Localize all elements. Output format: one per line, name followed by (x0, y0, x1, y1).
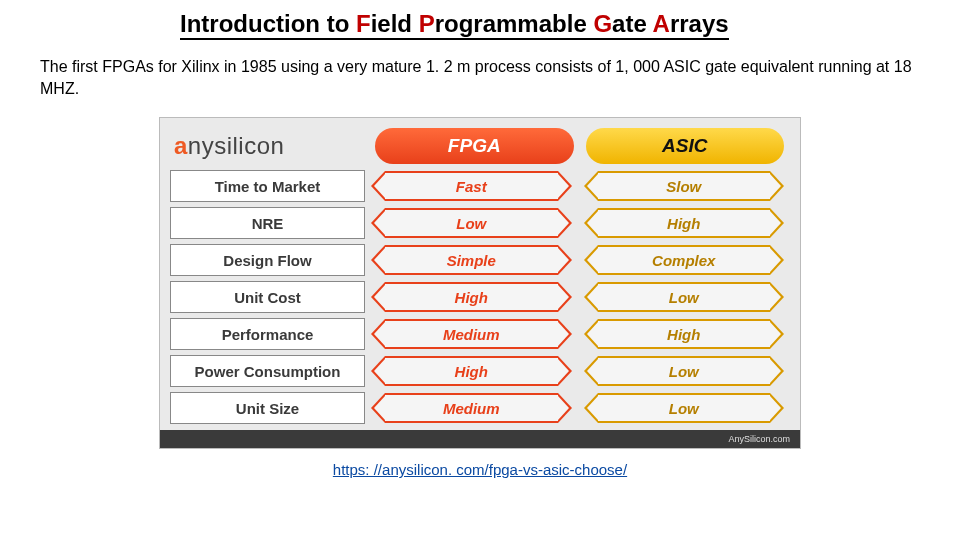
table-row: PerformanceMediumHigh (160, 318, 800, 350)
cell-fpga: Medium (371, 318, 572, 350)
row-label: Design Flow (170, 244, 365, 276)
source-link[interactable]: https: //anysilicon. com/fpga-vs-asic-ch… (333, 461, 627, 478)
row-label: Power Consumption (170, 355, 365, 387)
cell-fpga: High (371, 355, 572, 387)
comparison-figure: anysilicon FPGA ASIC Time to MarketFastS… (159, 117, 801, 449)
table-row: NRELowHigh (160, 207, 800, 239)
row-label: NRE (170, 207, 365, 239)
cell-fpga: Low (371, 207, 572, 239)
cell-fpga: Fast (371, 170, 572, 202)
cell-asic: High (584, 318, 785, 350)
table-row: Design FlowSimpleComplex (160, 244, 800, 276)
row-label: Time to Market (170, 170, 365, 202)
cell-fpga: Medium (371, 392, 572, 424)
cell-fpga: Simple (371, 244, 572, 276)
page-title: Introduction to Field Programmable Gate … (180, 10, 920, 38)
table-row: Unit SizeMediumLow (160, 392, 800, 424)
row-label: Unit Cost (170, 281, 365, 313)
cell-asic: Complex (584, 244, 785, 276)
figure-footer: AnySilicon.com (160, 430, 800, 448)
row-label: Unit Size (170, 392, 365, 424)
cell-fpga: High (371, 281, 572, 313)
cell-asic: Slow (584, 170, 785, 202)
brand-logo: anysilicon (170, 132, 369, 160)
cell-asic: Low (584, 392, 785, 424)
cell-asic: Low (584, 355, 785, 387)
column-header-fpga: FPGA (375, 128, 574, 164)
row-label: Performance (170, 318, 365, 350)
source-link-wrap: https: //anysilicon. com/fpga-vs-asic-ch… (40, 461, 920, 478)
cell-asic: Low (584, 281, 785, 313)
cell-asic: High (584, 207, 785, 239)
table-row: Power ConsumptionHighLow (160, 355, 800, 387)
table-row: Time to MarketFastSlow (160, 170, 800, 202)
body-paragraph: The first FPGAs for Xilinx in 1985 using… (40, 56, 920, 99)
table-row: Unit CostHighLow (160, 281, 800, 313)
column-header-asic: ASIC (586, 128, 785, 164)
